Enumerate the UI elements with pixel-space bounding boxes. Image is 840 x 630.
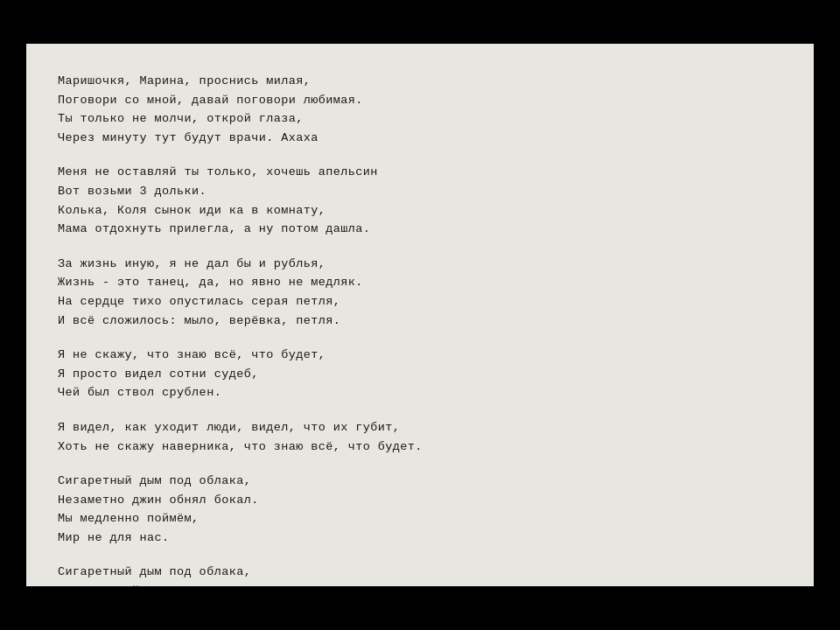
stanza-5: Я видел, как уходит люди, видел, что их … <box>58 418 782 456</box>
stanza-4: Я не скажу, что знаю всё, что будет, Я п… <box>58 346 782 402</box>
stanza-7: Сигаретный дым под облака, Безответный д… <box>58 563 782 586</box>
paper-background: Маришочкя, Марина, проснись милая, Погов… <box>26 44 814 586</box>
stanza-2: Меня не оставляй ты только, хочешь апель… <box>58 163 782 238</box>
stanza-6: Сигаретный дым под облака, Незаметно джи… <box>58 472 782 547</box>
stanza-1: Маришочкя, Марина, проснись милая, Погов… <box>58 72 782 147</box>
stanza-3: За жизнь иную, я не дал бы и рублья, Жиз… <box>58 255 782 330</box>
poem-container: Маришочкя, Марина, проснись милая, Погов… <box>58 72 782 586</box>
screen: Маришочкя, Марина, проснись милая, Погов… <box>0 0 840 630</box>
